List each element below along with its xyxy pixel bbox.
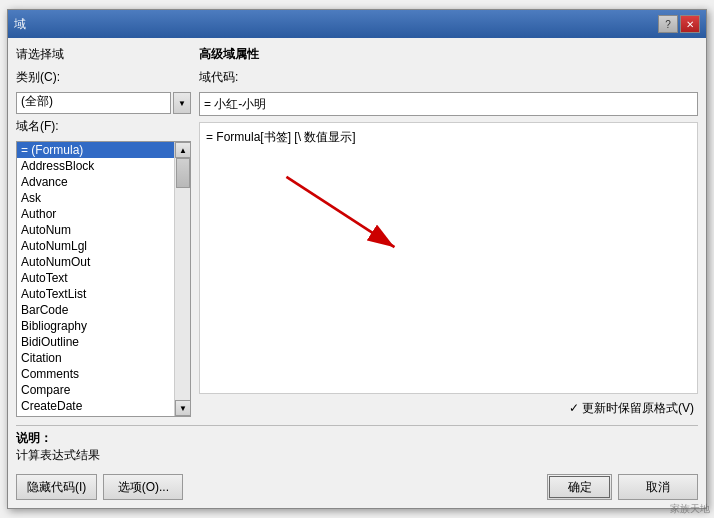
title-bar: 域 ? ✕ xyxy=(8,10,706,38)
list-item[interactable]: AutoNum xyxy=(17,222,174,238)
description-text: 计算表达式结果 xyxy=(16,447,698,464)
dialog-body: 请选择域 类别(C): (全部) ▼ 域名(F): = (Formula)Add… xyxy=(8,38,706,425)
main-dialog: 域 ? ✕ 请选择域 类别(C): (全部) ▼ 域名(F): = (Formu… xyxy=(7,9,707,509)
list-item[interactable]: AutoTextList xyxy=(17,286,174,302)
close-button[interactable]: ✕ xyxy=(680,15,700,33)
list-item[interactable]: AutoNumLgl xyxy=(17,238,174,254)
field-preview-area: = Formula[书签] [\ 数值显示] xyxy=(199,122,698,394)
list-item[interactable]: = (Formula) xyxy=(17,142,174,158)
description-section: 说明： 计算表达式结果 xyxy=(8,425,706,468)
list-item[interactable]: CreateDate xyxy=(17,398,174,414)
preserve-format-row: ✓ 更新时保留原格式(V) xyxy=(199,400,698,417)
footer-right-buttons: 确定 取消 家族天地 xyxy=(547,474,698,500)
category-dropdown[interactable]: (全部) xyxy=(16,92,171,114)
confirm-button[interactable]: 确定 xyxy=(547,474,612,500)
left-section-title: 请选择域 xyxy=(16,46,191,63)
title-bar-buttons: ? ✕ xyxy=(658,15,700,33)
list-item[interactable]: Compare xyxy=(17,382,174,398)
scroll-thumb xyxy=(176,158,190,188)
category-label: 类别(C): xyxy=(16,69,191,86)
list-item[interactable]: Ask xyxy=(17,190,174,206)
list-item[interactable]: BarCode xyxy=(17,302,174,318)
list-item[interactable]: AutoText xyxy=(17,270,174,286)
list-item[interactable]: BidiOutline xyxy=(17,334,174,350)
scroll-up-button[interactable]: ▲ xyxy=(175,142,191,158)
hide-code-button[interactable]: 隐藏代码(I) xyxy=(16,474,97,500)
left-panel: 请选择域 类别(C): (全部) ▼ 域名(F): = (Formula)Add… xyxy=(16,46,191,417)
list-item[interactable]: Database xyxy=(17,414,174,416)
field-code-input[interactable] xyxy=(199,92,698,116)
scroll-track[interactable] xyxy=(175,158,190,400)
right-panel: 高级域属性 域代码: = Formula[书签] [\ 数值显示] ✓ 更新时保… xyxy=(199,46,698,417)
cancel-button[interactable]: 取消 xyxy=(618,474,698,500)
dialog-footer: 隐藏代码(I) 选项(O)... 确定 取消 家族天地 xyxy=(8,468,706,508)
right-section-title: 高级域属性 xyxy=(199,46,698,63)
list-item[interactable]: Citation xyxy=(17,350,174,366)
dialog-title: 域 xyxy=(14,16,26,33)
description-title: 说明： xyxy=(16,430,698,447)
list-item[interactable]: AddressBlock xyxy=(17,158,174,174)
field-list-container: = (Formula)AddressBlockAdvanceAskAuthorA… xyxy=(16,141,191,417)
category-dropdown-button[interactable]: ▼ xyxy=(173,92,191,114)
category-row: (全部) ▼ xyxy=(16,92,191,114)
arrow-annotation xyxy=(200,123,697,393)
list-item[interactable]: Author xyxy=(17,206,174,222)
field-name-label: 域名(F): xyxy=(16,118,191,135)
list-scrollbar[interactable]: ▲ ▼ xyxy=(174,142,190,416)
footer-left-buttons: 隐藏代码(I) 选项(O)... xyxy=(16,474,183,500)
svg-line-1 xyxy=(286,177,394,247)
preserve-format-label[interactable]: ✓ 更新时保留原格式(V) xyxy=(569,400,694,417)
list-item[interactable]: Bibliography xyxy=(17,318,174,334)
field-code-label: 域代码: xyxy=(199,69,698,86)
help-button[interactable]: ? xyxy=(658,15,678,33)
list-item[interactable]: Comments xyxy=(17,366,174,382)
preview-text: = Formula[书签] [\ 数值显示] xyxy=(206,130,356,144)
watermark: 家族天地 xyxy=(670,502,710,516)
list-item[interactable]: AutoNumOut xyxy=(17,254,174,270)
options-button[interactable]: 选项(O)... xyxy=(103,474,183,500)
scroll-down-button[interactable]: ▼ xyxy=(175,400,191,416)
field-list[interactable]: = (Formula)AddressBlockAdvanceAskAuthorA… xyxy=(17,142,174,416)
list-item[interactable]: Advance xyxy=(17,174,174,190)
